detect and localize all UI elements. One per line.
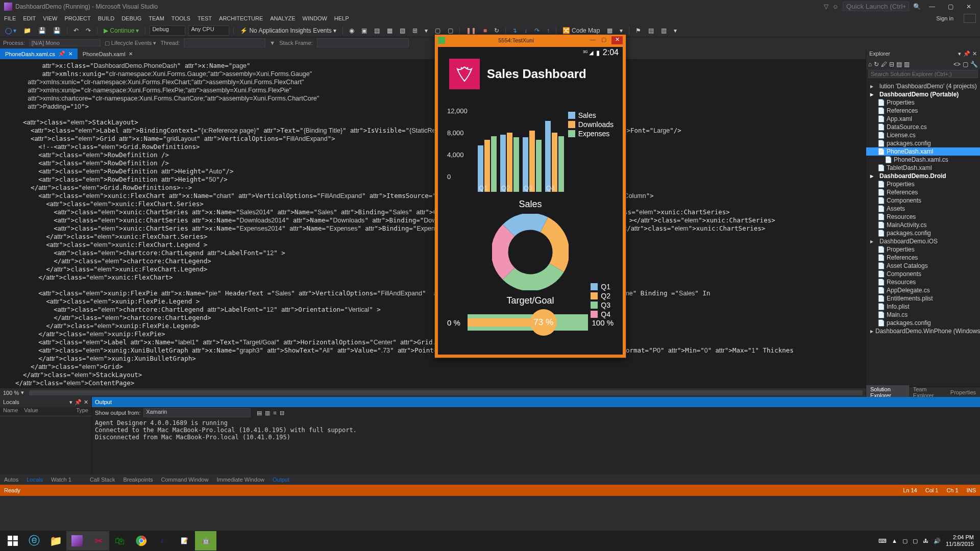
tree-node[interactable]: 📄 App.xaml (866, 115, 980, 123)
maximize-button[interactable]: ▢ (943, 2, 958, 12)
tab-locals[interactable]: Locals (22, 475, 47, 484)
tree-node[interactable]: 📄 References (866, 254, 980, 262)
step-button[interactable]: ↴ (510, 27, 519, 34)
tab-watch[interactable]: Watch 1 (47, 475, 76, 484)
tb-icon[interactable]: <> (953, 61, 961, 68)
tb-icon[interactable]: ◉ (347, 27, 356, 34)
close-button[interactable]: ✕ (962, 2, 976, 12)
menu-architecture[interactable]: ARCHITECTURE (219, 15, 263, 21)
tb-icon[interactable]: ⊟ (889, 61, 894, 68)
tray-icon[interactable]: ▢ (913, 538, 918, 544)
process-combo[interactable]: [N/A] Mono (29, 39, 101, 46)
tree-node[interactable]: 📄 DataSource.cs (866, 123, 980, 131)
sign-in-link[interactable]: Sign in (936, 15, 953, 21)
menu-view[interactable]: VIEW (43, 15, 57, 21)
keyboard-icon[interactable]: ⌨ (878, 538, 887, 544)
insights-button[interactable]: ⚡ No Application Insights Events ▾ (238, 27, 338, 34)
tree-node[interactable]: 📄 Asset Catalogs (866, 262, 980, 270)
tree-node[interactable]: 📄 Properties (866, 245, 980, 254)
tb-icon[interactable]: ▥ (904, 61, 910, 68)
nav-back-button[interactable]: ◯ ▾ (3, 27, 18, 34)
tb-icon[interactable]: ▤ (646, 27, 656, 34)
tb-icon[interactable]: ▤ (372, 27, 382, 34)
pause-button[interactable]: ❚❚ (464, 27, 478, 34)
em-maximize-button[interactable]: ▢ (598, 36, 609, 44)
menu-debug[interactable]: DEBUG (121, 15, 141, 21)
tb-icon[interactable]: ▦ (605, 27, 615, 34)
snip-icon[interactable]: ✂ (88, 531, 109, 550)
tab-command[interactable]: Command Window (157, 475, 213, 484)
explorer-search-input[interactable] (868, 70, 978, 78)
pin-icon[interactable]: 📌 (963, 51, 970, 57)
code-editor[interactable]: attr">x:Class="DashboardDemo.PhoneDash" … (0, 60, 866, 388)
tree-node[interactable]: 📄 Assets (866, 205, 980, 213)
menu-edit[interactable]: EDIT (23, 15, 36, 21)
tb-icon[interactable]: ▾ (672, 27, 679, 34)
redo-button[interactable]: ↷ (84, 27, 93, 34)
tb-icon[interactable]: 🖊 (881, 61, 887, 68)
tree-node[interactable]: 📄 Components (866, 196, 980, 205)
pin-icon[interactable]: 📌 (58, 51, 65, 57)
tree-node[interactable]: 📄 References (866, 188, 980, 196)
save-all-button[interactable]: 💾 (51, 27, 63, 34)
dropdown-icon[interactable]: ▾ (69, 399, 72, 406)
tb-icon[interactable]: ▤ (257, 410, 262, 416)
tb-icon[interactable]: ▢ (963, 61, 968, 68)
tab-phonedash-xaml[interactable]: PhoneDash.xaml✕ (78, 48, 138, 59)
stack-combo[interactable] (317, 38, 409, 47)
open-file-button[interactable]: 📁 (21, 27, 33, 34)
restart-button[interactable]: ↻ (492, 27, 501, 34)
tree-node[interactable]: 📄 packages.config (866, 139, 980, 147)
tree-node[interactable]: 📄 Properties (866, 180, 980, 188)
zoom-level[interactable]: 100 %▾ (0, 388, 866, 397)
output-from-combo[interactable]: Xamarin (143, 408, 251, 417)
save-button[interactable]: 💾 (36, 27, 48, 34)
pin-icon[interactable]: 📌 (75, 399, 82, 406)
codemap-button[interactable]: 🔀 Code Map (560, 27, 602, 34)
menu-team[interactable]: TEAM (149, 15, 164, 21)
platform-combo[interactable]: Any CPU (188, 26, 229, 36)
menu-project[interactable]: PROJECT (64, 15, 90, 21)
step-into-button[interactable]: ↓ (522, 27, 529, 34)
close-icon[interactable]: ✕ (129, 51, 133, 57)
undo-button[interactable]: ↶ (71, 27, 81, 34)
tree-node[interactable]: 📄 MainActivity.cs (866, 221, 980, 229)
step-out-button[interactable]: ↑ (545, 27, 552, 34)
tree-node[interactable]: 📄 Components (866, 270, 980, 278)
tree-node[interactable]: 📄 References (866, 107, 980, 115)
tree-node[interactable]: 📄 Entitlements.plist (866, 294, 980, 303)
stop-button[interactable]: ■ (481, 27, 489, 34)
tree-node[interactable]: ▸ DashboardDemo.Droid (866, 172, 980, 180)
em-minimize-button[interactable]: — (587, 36, 598, 44)
filter-icon[interactable]: ▼ (270, 40, 275, 46)
tree-node[interactable]: 📄 packages.config (866, 229, 980, 237)
tree-node[interactable]: 📄 packages.config (866, 319, 980, 327)
wrench-icon[interactable]: 🔧 (970, 61, 978, 68)
tray-time[interactable]: 2:04 PM (946, 534, 974, 541)
quick-launch-input[interactable] (843, 2, 909, 11)
lifecycle-button[interactable]: ▢ Lifecycle Events ▾ (105, 40, 157, 46)
tree-node[interactable]: 📄 Resources (866, 278, 980, 286)
chrome-icon[interactable] (131, 531, 152, 550)
tree-node[interactable]: ▸ DashboardDemo (Portable) (866, 90, 980, 98)
search-icon[interactable]: 🔍 (913, 3, 921, 10)
step-over-button[interactable]: ↷ (532, 27, 542, 34)
em-close-button[interactable]: ✕ (611, 36, 623, 44)
tb-icon[interactable]: ▢ (446, 27, 455, 34)
tray-date[interactable]: 11/18/2015 (946, 541, 974, 547)
tb-icon[interactable]: ▧ (398, 27, 407, 34)
tree-node[interactable]: ▸ DashboardDemo.WinPhone (Windows Phone … (866, 327, 980, 335)
tab-output[interactable]: Output (268, 475, 293, 484)
tb-icon[interactable]: ▣ (359, 27, 369, 34)
tree-node[interactable]: ▸ DashboardDemo.iOS (866, 237, 980, 245)
tray-icon[interactable]: ▢ (902, 538, 908, 544)
start-button[interactable] (2, 531, 23, 550)
volume-icon[interactable]: 🔊 (934, 538, 941, 544)
avatar[interactable] (964, 14, 976, 23)
android-emulator-window[interactable]: 5554:TestXuni — ▢ ✕ ³ᴳ ◢ ▮ 2:04 Sales Da… (434, 34, 626, 358)
tb-icon[interactable]: ≡ (273, 410, 276, 416)
tb-icon[interactable]: ▤ (896, 61, 902, 68)
vs-taskbar-icon[interactable] (66, 531, 88, 550)
menu-test[interactable]: TEST (198, 15, 212, 21)
eclipse-icon[interactable]: ◐ (152, 531, 174, 550)
